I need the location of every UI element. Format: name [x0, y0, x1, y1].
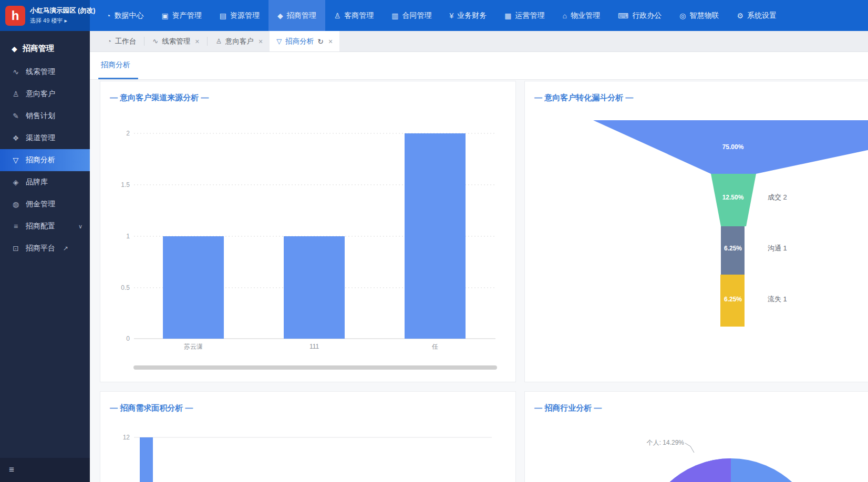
external-link-icon: ↗: [63, 245, 68, 252]
funnel-side-label: 成交 2: [768, 193, 787, 201]
pencil-icon: ✎: [12, 112, 20, 120]
close-icon[interactable]: ×: [195, 37, 199, 46]
app-root: h 小红马演示园区 (勿改) 选择 49 楼宇 ▸ ◔数据中心 ▣资产管理 ▤资…: [0, 0, 868, 482]
nav-item-business-finance[interactable]: ¥业务财务: [441, 0, 496, 31]
y-tick: 0: [126, 335, 130, 342]
brand-block: h 小红马演示园区 (勿改) 选择 49 楼宇 ▸: [0, 0, 90, 31]
page-subtab-bar: 招商分析: [90, 52, 868, 80]
sidebar-item-investment-analysis[interactable]: ▽招商分析: [0, 149, 90, 171]
x-label: 苏云潇: [184, 343, 203, 350]
bar-suyunxiao[interactable]: [163, 236, 224, 339]
diamond-icon: ◆: [12, 45, 17, 53]
menu-fold-icon[interactable]: ≡: [9, 465, 14, 475]
nav-item-operations-mgmt[interactable]: ▦运营管理: [495, 0, 553, 31]
chevron-down-icon: ∨: [78, 223, 82, 230]
nav-item-property-mgmt[interactable]: ⌂物业管理: [554, 0, 609, 31]
house-icon: ⌂: [563, 12, 567, 20]
sidebar-item-lead-mgmt[interactable]: ∿线索管理: [0, 61, 90, 83]
main-content: — 意向客户渠道来源分析 — 2 1.5 1 0.5 0 苏云潇: [90, 80, 868, 482]
open-tabs-bar: ◔工作台 ∿线索管理× ♙意向客户× ▽招商分析↻×: [90, 31, 868, 52]
sidebar: ◆ 招商管理 ∿线索管理 ♙意向客户 ✎销售计划 ❖渠道管理 ▽招商分析 ◈品牌…: [0, 31, 90, 482]
sidebar-item-channel-mgmt[interactable]: ❖渠道管理: [0, 127, 90, 149]
diamond-icon: ◆: [277, 12, 283, 20]
bar-ren[interactable]: [405, 133, 466, 339]
tab-intent-customers[interactable]: ♙意向客户×: [209, 31, 270, 51]
chart-title: — 意向客户渠道来源分析 —: [110, 93, 209, 103]
iot-icon: ◎: [679, 12, 686, 20]
nav-item-contract-mgmt[interactable]: ▥合同管理: [383, 0, 440, 31]
nav-item-system-settings[interactable]: ⚙系统设置: [728, 0, 786, 31]
tab-investment-analysis[interactable]: ▽招商分析↻×: [270, 31, 339, 51]
nav-item-investment-mgmt[interactable]: ◆招商管理: [268, 0, 325, 31]
close-icon[interactable]: ×: [328, 37, 333, 46]
badge-icon: ◈: [12, 178, 20, 186]
top-menu: ◔数据中心 ▣资产管理 ▤资源管理 ◆招商管理 ♙客商管理 ▥合同管理 ¥业务财…: [97, 0, 786, 31]
sidebar-footer: ≡: [0, 458, 90, 482]
card-conversion-funnel-analysis: — 意向客户转化漏斗分析 — 75.00% 12.50% 6.25% 6.25%…: [524, 81, 868, 382]
chart-horizontal-scrollbar[interactable]: [133, 365, 497, 370]
nav-item-resource-mgmt[interactable]: ▤资源管理: [211, 0, 268, 31]
funnel-chart-conversion: 75.00% 12.50% 6.25% 6.25% 成交 2 沟通 1 流失 1…: [525, 81, 868, 382]
wave-icon: ∿: [152, 37, 158, 45]
subtab-active-underline: [98, 78, 138, 79]
package-icon: ▣: [161, 12, 168, 20]
card-demand-area-analysis: — 招商需求面积分析 — 12: [100, 391, 516, 482]
funnel-percent-label: 75.00%: [722, 143, 744, 151]
yuan-icon: ¥: [450, 12, 454, 20]
sidebar-item-brand-library[interactable]: ◈品牌库: [0, 171, 90, 193]
monitor-icon: ⊡: [12, 244, 20, 253]
arrow-right-icon: ▸: [64, 17, 67, 24]
sidebar-module-title: ◆ 招商管理: [0, 31, 90, 61]
person-icon: ♙: [215, 37, 222, 45]
sliders-icon: ≡: [12, 222, 20, 230]
bar-111[interactable]: [284, 236, 345, 339]
dashboard-icon: ◔: [107, 37, 111, 45]
nav-item-data-center[interactable]: ◔数据中心: [97, 0, 152, 31]
top-navigation-bar: h 小红马演示园区 (勿改) 选择 49 楼宇 ▸ ◔数据中心 ▣资产管理 ▤资…: [0, 0, 868, 31]
refresh-icon[interactable]: ↻: [317, 37, 324, 46]
funnel-percent-label: 6.25%: [724, 296, 742, 303]
document-icon: ▤: [220, 12, 226, 20]
funnel-icon: ▽: [276, 37, 282, 45]
subtab-investment-analysis[interactable]: 招商分析: [101, 60, 130, 70]
card-industry-analysis: — 招商行业分析 — 个人: 14.29%: [524, 391, 868, 482]
pie-slice-label: 个人: 14.29%: [646, 439, 685, 446]
clock-icon: ◔: [106, 12, 110, 20]
chart-title: — 招商需求面积分析 —: [110, 403, 193, 413]
funnel-percent-label: 6.25%: [724, 245, 742, 252]
chart-title: — 意向客户转化漏斗分析 —: [534, 93, 633, 103]
chart-title: — 招商行业分析 —: [534, 403, 602, 413]
bar-demand-area[interactable]: [140, 437, 153, 482]
wave-icon: ∿: [12, 68, 20, 76]
close-icon[interactable]: ×: [259, 37, 263, 46]
tab-separator: [207, 37, 208, 46]
nav-item-asset-mgmt[interactable]: ▣资产管理: [152, 0, 210, 31]
y-tick: 1: [126, 233, 130, 240]
brand-text: 小红马演示园区 (勿改) 选择 49 楼宇 ▸: [30, 6, 95, 25]
funnel-percent-label: 12.50%: [722, 194, 744, 201]
sidebar-item-commission-mgmt[interactable]: ◍佣金管理: [0, 193, 90, 215]
sidebar-item-intent-customers[interactable]: ♙意向客户: [0, 83, 90, 105]
x-label: 111: [309, 343, 319, 350]
monitor-icon: ⌨: [618, 12, 628, 20]
nav-item-smart-iot[interactable]: ◎智慧物联: [670, 0, 728, 31]
y-tick: 1.5: [121, 181, 130, 188]
pie-slice-personal[interactable]: [640, 458, 731, 482]
sidebar-item-investment-config[interactable]: ≡招商配置∨: [0, 215, 90, 237]
tab-lead-mgmt[interactable]: ∿线索管理×: [146, 31, 206, 51]
grid-icon: ▦: [504, 12, 511, 20]
park-title: 小红马演示园区 (勿改): [30, 6, 95, 15]
app-logo[interactable]: h: [5, 6, 25, 26]
sidebar-item-sales-plan[interactable]: ✎销售计划: [0, 105, 90, 127]
sidebar-item-investment-platform[interactable]: ⊡招商平台↗: [0, 237, 90, 259]
x-label: 任: [431, 343, 438, 350]
nav-item-merchant-mgmt[interactable]: ♙客商管理: [325, 0, 383, 31]
tab-workbench[interactable]: ◔工作台: [100, 31, 143, 51]
nav-item-admin-office[interactable]: ⌨行政办公: [609, 0, 670, 31]
card-channel-source-analysis: — 意向客户渠道来源分析 — 2 1.5 1 0.5 0 苏云潇: [100, 81, 516, 382]
y-tick: 0.5: [121, 284, 130, 291]
building-selector[interactable]: 选择 49 楼宇 ▸: [30, 17, 95, 25]
network-icon: ❖: [12, 134, 20, 142]
tab-separator: [144, 37, 144, 46]
bar-chart-channel-source: 2 1.5 1 0.5 0 苏云潇 111 任: [100, 81, 515, 382]
